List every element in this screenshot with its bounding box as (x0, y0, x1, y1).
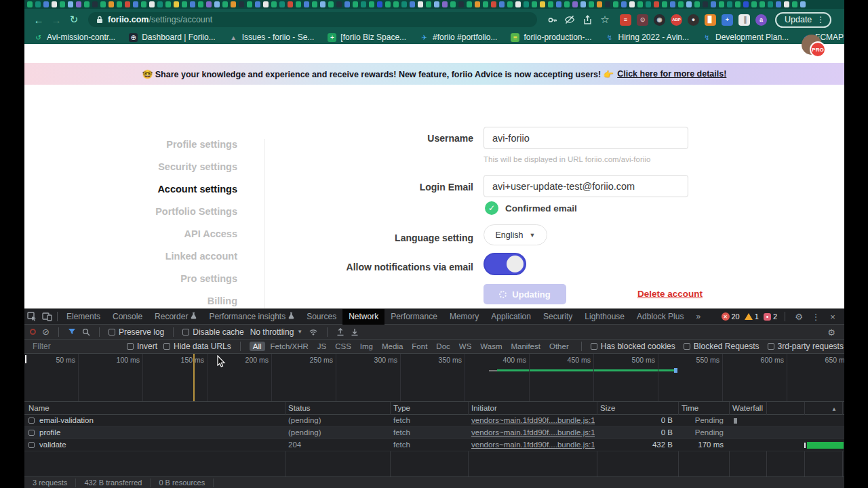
throttling-select[interactable]: No throttling ▼ (250, 327, 303, 337)
browser-tab[interactable] (524, 1, 529, 7)
notifications-toggle[interactable] (484, 253, 526, 275)
browser-tab[interactable] (288, 1, 293, 7)
devtools-tab-performance[interactable]: Performance (384, 309, 443, 325)
language-select[interactable]: English ▼ (484, 224, 547, 245)
column-header-name[interactable]: Name (28, 404, 50, 412)
devtools-tab-elements[interactable]: Elements (60, 309, 106, 325)
browser-tab[interactable] (43, 1, 49, 7)
sidebar-item-security-settings[interactable]: Security settings (24, 161, 237, 175)
browser-tab[interactable] (589, 1, 594, 7)
delete-account-link[interactable]: Delete account (637, 289, 703, 299)
browser-tab[interactable] (654, 1, 659, 7)
browser-tab[interactable] (344, 1, 350, 7)
filter-chip-ws[interactable]: WS (456, 342, 475, 351)
column-header-initiator[interactable]: Initiator (471, 404, 497, 412)
column-header-status[interactable]: Status (288, 404, 311, 412)
sidebar-item-profile-settings[interactable]: Profile settings (24, 139, 237, 152)
filter-chip-img[interactable]: Img (357, 342, 376, 351)
browser-tab[interactable] (711, 1, 716, 7)
browser-tab[interactable] (296, 1, 301, 7)
browser-tab[interactable] (76, 1, 81, 7)
sidebar-item-pro-settings[interactable]: Pro settings (24, 273, 237, 287)
export-har-icon[interactable] (351, 327, 359, 336)
column-header-time[interactable]: Time (682, 404, 698, 412)
address-bar[interactable]: foriio.com /settings/account (88, 12, 537, 27)
search-icon[interactable] (82, 328, 90, 336)
browser-tab[interactable] (165, 1, 171, 7)
password-key-icon[interactable] (547, 14, 557, 25)
browser-tab[interactable] (678, 1, 684, 7)
request-row-validate[interactable]: validate204fetchvendors~main.1fdd90f....… (24, 439, 844, 451)
browser-tab[interactable] (68, 1, 73, 7)
browser-tab[interactable] (304, 1, 309, 7)
browser-tab[interactable] (361, 1, 366, 7)
devtools-menu-icon[interactable]: ⋮ (810, 312, 822, 322)
bookmark-item[interactable]: ↯Development Plan... (703, 33, 789, 42)
row-checkbox[interactable] (28, 442, 35, 448)
filter-chip-font[interactable]: Font (408, 342, 431, 351)
eye-off-icon[interactable] (564, 14, 575, 25)
browser-tab[interactable] (117, 1, 122, 7)
browser-tab[interactable] (475, 1, 480, 7)
sidebar-item-linked-account[interactable]: Linked account (24, 251, 237, 264)
browser-tab[interactable] (27, 1, 33, 7)
browser-tab[interactable] (385, 1, 391, 7)
filter-chip-fetch-xhr[interactable]: Fetch/XHR (267, 342, 312, 351)
bookmark-item[interactable]: ↺Avi-mission-contr... (34, 33, 115, 42)
sidebar-item-portfolio-settings[interactable]: Portfolio Settings (24, 206, 237, 220)
browser-tab[interactable] (458, 1, 464, 7)
bookmark-item[interactable]: ↯Hiring 2022 - Avin... (606, 33, 690, 42)
browser-tab[interactable] (637, 1, 643, 7)
sidebar-item-api-access[interactable]: API Access (24, 228, 237, 242)
profile-avatar-icon[interactable]: a (755, 14, 767, 26)
banner-link[interactable]: Click here for more details! (617, 69, 726, 79)
devtools-tab-network[interactable]: Network (342, 309, 384, 325)
back-button[interactable]: ← (30, 14, 47, 26)
warning-count-badge[interactable]: 1 (745, 312, 759, 321)
browser-tab[interactable] (312, 1, 317, 7)
browser-tab[interactable] (605, 1, 610, 7)
browser-tab[interactable] (182, 1, 187, 7)
devtools-tab-application[interactable]: Application (485, 309, 537, 325)
chrome-update-button[interactable]: Update ⋮ (775, 12, 831, 28)
bookmark-item[interactable]: +[foriio Biz Space... (328, 33, 406, 42)
request-initiator[interactable]: vendors~main.1fdd90f....bundle.js:14 (471, 416, 595, 424)
browser-tab[interactable] (401, 1, 407, 7)
device-toolbar-icon[interactable] (39, 309, 54, 324)
browser-tab[interactable] (279, 1, 285, 7)
browser-tab[interactable] (499, 1, 505, 7)
devtools-tab-performance-insights[interactable]: Performance insights (203, 309, 300, 325)
browser-tab[interactable] (768, 1, 773, 7)
devtools-tab-console[interactable]: Console (106, 309, 149, 325)
browser-tab[interactable] (776, 1, 781, 7)
browser-tab[interactable] (483, 1, 488, 7)
network-overview-timeline[interactable]: 50 ms100 ms150 ms200 ms250 ms300 ms350 m… (24, 354, 844, 402)
filter-checkbox-has-blocked-cookies[interactable]: Has blocked cookies (591, 342, 675, 351)
browser-tab[interactable] (198, 1, 203, 7)
filter-chip-doc[interactable]: Doc (433, 342, 453, 351)
column-header-waterfall[interactable]: Waterfall (732, 404, 763, 412)
browser-tab[interactable] (92, 1, 98, 7)
network-settings-gear-icon[interactable]: ⚙ (825, 327, 837, 338)
reload-button[interactable]: ↻ (65, 14, 83, 26)
chart-extension-icon[interactable]: ▊ (705, 14, 716, 26)
browser-tab[interactable] (751, 1, 757, 7)
browser-tab[interactable] (580, 1, 586, 7)
browser-tab[interactable] (467, 1, 472, 7)
browser-tab[interactable] (263, 1, 269, 7)
filter-funnel-icon[interactable] (68, 328, 76, 336)
browser-tab[interactable] (108, 1, 114, 7)
browser-tab[interactable] (784, 1, 789, 7)
bookmark-item[interactable]: ▲Issues - foriio - Se... (229, 33, 315, 42)
bookmark-item[interactable]: ✈#foriio #portfolio... (420, 33, 497, 42)
devtools-close-icon[interactable]: × (827, 312, 839, 322)
browser-tab[interactable] (214, 1, 220, 7)
browser-tab[interactable] (727, 1, 732, 7)
import-har-icon[interactable] (336, 327, 344, 336)
browser-tab[interactable] (157, 1, 163, 7)
email-input[interactable] (484, 175, 688, 197)
browser-tab[interactable] (597, 1, 602, 7)
filter-checkbox-blocked-requests[interactable]: Blocked Requests (684, 342, 760, 351)
bookmark-item[interactable]: ≡foriio-production-... (511, 33, 591, 42)
filter-chip-css[interactable]: CSS (332, 342, 355, 351)
